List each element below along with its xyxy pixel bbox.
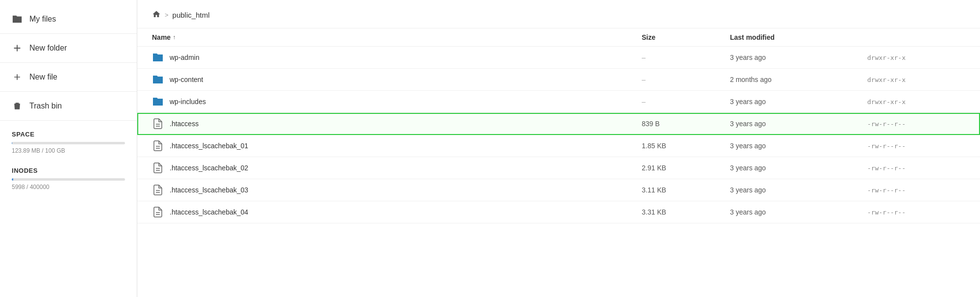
file-size: 839 B xyxy=(642,120,730,128)
file-rows-container: wp-admin – 3 years ago drwxr-xr-x wp-con… xyxy=(137,47,980,223)
sidebar-item-trash[interactable]: Trash bin xyxy=(0,92,137,121)
file-icon xyxy=(152,184,164,196)
file-permissions: -rw-r--r-- xyxy=(867,164,965,172)
file-icon xyxy=(152,140,164,152)
file-permissions: -rw-r--r-- xyxy=(867,142,965,150)
sidebar-space-section: Space 123.89 MB / 100 GB xyxy=(0,121,137,159)
file-permissions: -rw-r--r-- xyxy=(867,209,965,216)
breadcrumb-home-icon[interactable] xyxy=(152,10,161,20)
sidebar-item-new-file[interactable]: New file xyxy=(0,63,137,92)
file-icon xyxy=(152,162,164,174)
file-modified: 3 years ago xyxy=(730,164,867,172)
file-icon xyxy=(152,118,164,130)
inodes-progress-bar-bg xyxy=(12,178,125,181)
table-row[interactable]: .htaccess_lscachebak_02 2.91 KB 3 years … xyxy=(137,157,980,179)
file-table: Name ↑ Size Last modified wp-admin – 3 y… xyxy=(137,28,980,297)
file-name-cell: .htaccess_lscachebak_03 xyxy=(152,184,642,196)
table-row[interactable]: wp-content – 2 months ago drwxr-xr-x xyxy=(137,69,980,91)
table-row[interactable]: wp-includes – 3 years ago drwxr-xr-x xyxy=(137,91,980,113)
new-file-icon xyxy=(12,72,23,82)
file-name: .htaccess_lscachebak_04 xyxy=(170,208,248,216)
file-permissions: -rw-r--r-- xyxy=(867,120,965,128)
main-content: > public_html Name ↑ Size Last modified … xyxy=(137,0,980,297)
file-name: .htaccess_lscachebak_02 xyxy=(170,164,248,172)
table-row[interactable]: wp-admin – 3 years ago drwxr-xr-x xyxy=(137,47,980,69)
folder-icon xyxy=(152,52,164,63)
file-icon xyxy=(152,206,164,218)
breadcrumb-separator: > xyxy=(165,11,169,19)
sidebar-new-file-label: New file xyxy=(29,73,57,81)
folder-icon xyxy=(152,74,164,85)
file-name-cell: wp-content xyxy=(152,74,642,85)
file-name: .htaccess xyxy=(170,120,199,128)
breadcrumb: > public_html xyxy=(137,0,980,28)
sidebar: My files New folder New file Trash bin S… xyxy=(0,0,137,297)
sidebar-item-my-files[interactable]: My files xyxy=(0,5,137,34)
inodes-info: 5998 / 400000 xyxy=(12,184,125,190)
sidebar-new-folder-label: New folder xyxy=(29,44,67,53)
file-name: wp-admin xyxy=(170,54,200,61)
col-header-modified[interactable]: Last modified xyxy=(730,33,867,41)
col-header-size[interactable]: Size xyxy=(642,33,730,41)
inodes-progress-bar-fill xyxy=(12,178,13,181)
file-size: – xyxy=(642,76,730,83)
file-size: – xyxy=(642,98,730,106)
file-name: .htaccess_lscachebak_01 xyxy=(170,142,248,150)
file-permissions: drwxr-xr-x xyxy=(867,76,965,83)
folder-icon xyxy=(12,14,23,25)
file-size: 3.11 KB xyxy=(642,186,730,194)
file-modified: 2 months ago xyxy=(730,76,867,83)
file-modified: 3 years ago xyxy=(730,120,867,128)
file-size: 1.85 KB xyxy=(642,142,730,150)
file-name-cell: .htaccess_lscachebak_04 xyxy=(152,206,642,218)
file-permissions: drwxr-xr-x xyxy=(867,98,965,106)
trash-icon xyxy=(12,101,23,111)
inodes-title: Inodes xyxy=(12,167,125,174)
file-modified: 3 years ago xyxy=(730,186,867,194)
file-name: wp-content xyxy=(170,76,203,83)
file-name-cell: wp-admin xyxy=(152,52,642,63)
file-modified: 3 years ago xyxy=(730,98,867,106)
file-name-cell: .htaccess_lscachebak_01 xyxy=(152,140,642,152)
file-permissions: drwxr-xr-x xyxy=(867,54,965,61)
sidebar-inodes-section: Inodes 5998 / 400000 xyxy=(0,159,137,195)
file-name: .htaccess_lscachebak_03 xyxy=(170,186,248,194)
space-title: Space xyxy=(12,131,125,138)
table-row[interactable]: .htaccess_lscachebak_04 3.31 KB 3 years … xyxy=(137,201,980,223)
file-table-header: Name ↑ Size Last modified xyxy=(137,28,980,47)
sidebar-item-new-folder[interactable]: New folder xyxy=(0,34,137,63)
new-folder-icon xyxy=(12,43,23,54)
col-header-name[interactable]: Name ↑ xyxy=(152,33,642,41)
file-size: 3.31 KB xyxy=(642,208,730,216)
space-progress-bar-bg xyxy=(12,142,125,144)
file-name-cell: wp-includes xyxy=(152,96,642,108)
file-permissions: -rw-r--r-- xyxy=(867,187,965,194)
table-row[interactable]: .htaccess_lscachebak_03 3.11 KB 3 years … xyxy=(137,179,980,201)
file-size: – xyxy=(642,54,730,61)
file-name: wp-includes xyxy=(170,98,206,106)
space-info: 123.89 MB / 100 GB xyxy=(12,147,125,154)
file-name-cell: .htaccess xyxy=(152,118,642,130)
file-modified: 3 years ago xyxy=(730,54,867,61)
sidebar-my-files-label: My files xyxy=(29,15,56,24)
file-modified: 3 years ago xyxy=(730,142,867,150)
col-header-perms xyxy=(867,33,965,41)
sort-arrow-icon: ↑ xyxy=(173,34,176,41)
file-name-cell: .htaccess_lscachebak_02 xyxy=(152,162,642,174)
table-row[interactable]: .htaccess_lscachebak_01 1.85 KB 3 years … xyxy=(137,135,980,157)
folder-icon xyxy=(152,96,164,108)
breadcrumb-current: public_html xyxy=(173,11,210,19)
file-modified: 3 years ago xyxy=(730,208,867,216)
sidebar-trash-label: Trash bin xyxy=(29,102,62,110)
file-size: 2.91 KB xyxy=(642,164,730,172)
table-row[interactable]: .htaccess 839 B 3 years ago -rw-r--r-- xyxy=(137,113,980,135)
